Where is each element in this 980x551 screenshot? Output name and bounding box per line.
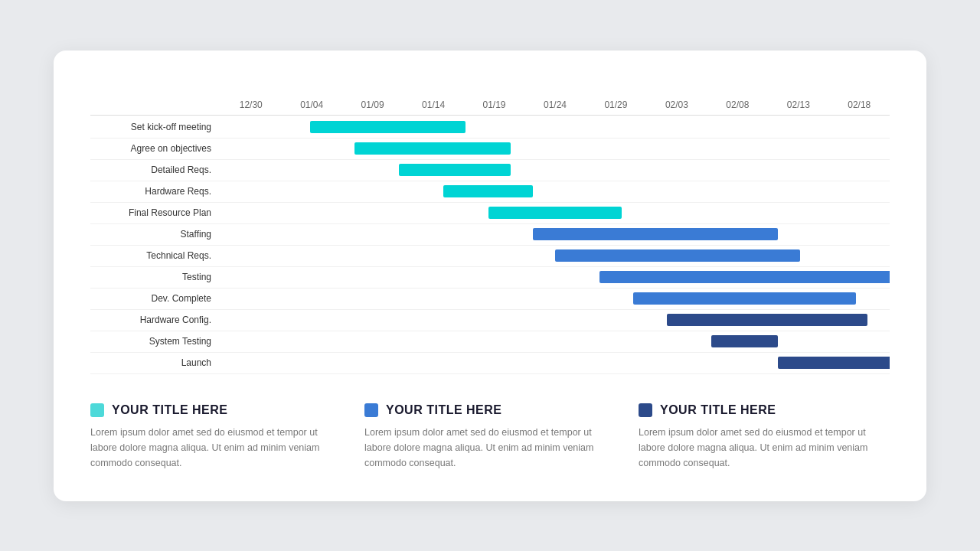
card-icon-2 [364, 403, 378, 417]
card-title-3: YOUR TITLE HERE [660, 403, 776, 417]
date-header: 02/18 [829, 99, 890, 110]
timeline-header: 12/3001/0401/0901/1401/1901/2401/2902/03… [220, 99, 890, 110]
gantt-bar [310, 121, 466, 133]
gantt-row: Staffing [90, 224, 890, 246]
gantt-row: Launch [90, 353, 890, 374]
row-bars [220, 117, 890, 138]
row-bars [220, 267, 890, 288]
date-header: 01/29 [586, 99, 646, 110]
slide-container: 12/3001/0401/0901/1401/1901/2401/2902/03… [54, 51, 926, 501]
date-header: 01/14 [403, 99, 463, 110]
date-header: 01/24 [524, 99, 585, 110]
info-card-2: YOUR TITLE HERE Lorem ipsum dolor amet s… [364, 403, 616, 471]
date-header: 01/04 [281, 99, 341, 110]
card-icon-3 [639, 403, 652, 417]
row-label: Set kick-off meeting [90, 122, 220, 132]
gantt-row: Final Resource Plan [90, 203, 890, 224]
row-bars [220, 203, 890, 223]
gantt-header: 12/3001/0401/0901/1401/1901/2401/2902/03… [90, 99, 890, 116]
row-bars [220, 160, 890, 181]
date-header: 02/08 [707, 99, 768, 110]
gantt-bar [711, 335, 778, 347]
card-text-3: Lorem ipsum dolor amet sed do eiusmod et… [639, 425, 890, 471]
gantt-row: Agree on objectives [90, 139, 890, 160]
card-header-2: YOUR TITLE HERE [364, 403, 616, 417]
row-bars [220, 224, 890, 245]
gantt-row: Set kick-off meeting [90, 117, 890, 139]
row-bars [220, 331, 890, 352]
gantt-bar [399, 164, 511, 176]
info-card-3: YOUR TITLE HERE Lorem ipsum dolor amet s… [639, 403, 890, 471]
gantt-bar [555, 249, 800, 262]
gantt-row: Hardware Config. [90, 310, 890, 331]
row-label: Technical Reqs. [90, 250, 220, 261]
gantt-row: Dev. Complete [90, 289, 890, 310]
date-header: 01/19 [464, 99, 524, 110]
row-bars [220, 310, 890, 331]
row-label: System Testing [90, 336, 220, 347]
card-header-3: YOUR TITLE HERE [639, 403, 890, 417]
gantt-bar [488, 207, 622, 219]
row-bars [220, 289, 890, 309]
gantt-bar [778, 357, 890, 369]
bottom-section: YOUR TITLE HERE Lorem ipsum dolor amet s… [90, 396, 890, 471]
date-header: 02/13 [768, 99, 828, 110]
card-header-1: YOUR TITLE HERE [90, 403, 341, 417]
card-title-1: YOUR TITLE HERE [112, 403, 228, 417]
row-bars [220, 139, 890, 159]
row-label: Testing [90, 272, 220, 282]
row-label: Staffing [90, 229, 220, 240]
row-label: Hardware Reqs. [90, 186, 220, 197]
gantt-bar [533, 228, 778, 240]
row-label: Detailed Reqs. [90, 165, 220, 175]
gantt-bar [667, 314, 867, 326]
date-header: 01/09 [342, 99, 403, 110]
card-icon-1 [90, 403, 104, 417]
card-text-1: Lorem ipsum dolor amet sed do eiusmod et… [90, 425, 341, 471]
date-header: 12/30 [220, 99, 281, 110]
gantt-grid: 12/3001/0401/0901/1401/1901/2401/2902/03… [90, 99, 890, 374]
gantt-bar [599, 271, 890, 283]
row-bars [220, 246, 890, 266]
row-bars [220, 181, 890, 202]
gantt-row: Technical Reqs. [90, 246, 890, 267]
date-header: 02/03 [646, 99, 707, 110]
gantt-rows: Set kick-off meetingAgree on objectivesD… [90, 117, 890, 374]
row-label: Launch [90, 357, 220, 368]
gantt-bar [443, 185, 533, 197]
info-card-1: YOUR TITLE HERE Lorem ipsum dolor amet s… [90, 403, 341, 471]
gantt-row: Testing [90, 267, 890, 289]
row-label: Dev. Complete [90, 293, 220, 304]
gantt-row: System Testing [90, 331, 890, 353]
gantt-bar [633, 292, 856, 305]
card-text-2: Lorem ipsum dolor amet sed do eiusmod et… [364, 425, 616, 471]
row-label: Hardware Config. [90, 315, 220, 325]
card-title-2: YOUR TITLE HERE [386, 403, 502, 417]
row-label: Agree on objectives [90, 143, 220, 154]
gantt-row: Hardware Reqs. [90, 181, 890, 203]
gantt-row: Detailed Reqs. [90, 160, 890, 181]
row-label: Final Resource Plan [90, 207, 220, 218]
gantt-bar [354, 142, 511, 155]
gantt-chart: 12/3001/0401/0901/1401/1901/2401/2902/03… [90, 99, 890, 374]
row-bars [220, 353, 890, 373]
